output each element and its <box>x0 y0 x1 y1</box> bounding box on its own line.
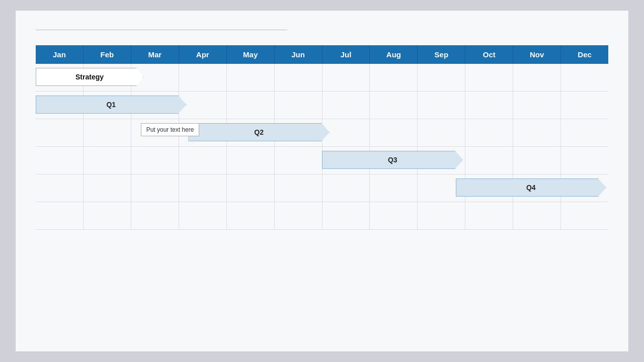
grid-cell <box>36 92 84 119</box>
grid-cell <box>323 92 370 119</box>
grid-cell <box>513 147 561 174</box>
grid-cell <box>179 147 227 174</box>
grid-cell <box>465 147 513 174</box>
grid-row <box>36 202 608 230</box>
month-cell-nov: Nov <box>513 45 561 64</box>
month-cell-feb: Feb <box>84 45 131 64</box>
grid-cell <box>370 147 418 174</box>
month-cell-jul: Jul <box>323 45 370 64</box>
grid-cell <box>465 202 513 230</box>
grid-cell <box>131 147 179 174</box>
grid-cell <box>418 64 465 92</box>
grid-row <box>36 64 608 92</box>
grid-cell <box>323 119 370 147</box>
grid-cell <box>465 64 513 92</box>
grid-cell <box>561 147 608 174</box>
month-cell-jun: Jun <box>275 45 323 64</box>
grid-cell <box>36 147 84 174</box>
grid-cell <box>36 174 84 202</box>
grid-row <box>36 119 608 147</box>
month-cell-may: May <box>227 45 275 64</box>
grid-cell <box>513 64 561 92</box>
grid-cell <box>36 64 84 92</box>
grid-cell <box>84 202 131 230</box>
grid-cell <box>275 92 323 119</box>
grid-cell <box>275 202 323 230</box>
grid-cell <box>513 174 561 202</box>
grid-cell <box>561 174 608 202</box>
grid-cell <box>418 147 465 174</box>
grid-cell <box>370 92 418 119</box>
grid-cell <box>227 202 275 230</box>
grid-cell <box>84 92 131 119</box>
grid-cell <box>275 64 323 92</box>
month-cell-apr: Apr <box>179 45 227 64</box>
grid-cell <box>275 174 323 202</box>
grid-cell <box>465 174 513 202</box>
grid-cell <box>418 92 465 119</box>
grid-cell <box>513 202 561 230</box>
grid-cell <box>418 202 465 230</box>
grid-cell <box>561 64 608 92</box>
grid-cell <box>465 119 513 147</box>
grid-cell <box>179 92 227 119</box>
grid-row <box>36 174 608 202</box>
grid-cell <box>561 202 608 230</box>
grid-cell <box>131 202 179 230</box>
grid-cell <box>370 64 418 92</box>
month-cell-sep: Sep <box>418 45 465 64</box>
grid-cell <box>131 174 179 202</box>
grid-cell <box>275 119 323 147</box>
grid-cell <box>84 174 131 202</box>
grid-row <box>36 147 608 174</box>
grid-cell <box>275 147 323 174</box>
grid-cell <box>227 147 275 174</box>
grid-cell <box>36 202 84 230</box>
grid-cell <box>513 92 561 119</box>
grid-cell <box>370 202 418 230</box>
grid-cell <box>323 147 370 174</box>
grid-cell <box>84 147 131 174</box>
grid-cell <box>370 119 418 147</box>
grid-cell <box>561 92 608 119</box>
grid-cell <box>36 119 84 147</box>
grid-row <box>36 92 608 119</box>
grid-cell <box>561 119 608 147</box>
grid-cell <box>323 174 370 202</box>
grid-cell <box>179 64 227 92</box>
grid-cell <box>465 92 513 119</box>
month-cell-aug: Aug <box>370 45 418 64</box>
grid-cell <box>227 119 275 147</box>
grid-cell <box>179 174 227 202</box>
grid-cell <box>418 119 465 147</box>
month-cell-jan: Jan <box>36 45 84 64</box>
month-cell-dec: Dec <box>561 45 608 64</box>
grid-cell <box>323 202 370 230</box>
grid-cell <box>227 92 275 119</box>
grid-cell <box>84 119 131 147</box>
grid-cell <box>179 119 227 147</box>
grid-body: StrategyQ1Q2Q3Q4Put your text here <box>36 64 608 230</box>
grid-cell <box>370 174 418 202</box>
grid-cell <box>323 64 370 92</box>
grid-cell <box>131 64 179 92</box>
grid-cell <box>131 92 179 119</box>
grid-cell <box>418 174 465 202</box>
slide: JanFebMarAprMayJunJulAugSepOctNovDec Str… <box>15 10 629 352</box>
grid-cell <box>227 64 275 92</box>
grid-cell <box>513 119 561 147</box>
timeline: JanFebMarAprMayJunJulAugSepOctNovDec Str… <box>36 45 608 230</box>
month-cell-oct: Oct <box>465 45 513 64</box>
title-divider <box>36 30 287 30</box>
month-cell-mar: Mar <box>131 45 179 64</box>
grid-cell <box>179 202 227 230</box>
grid-cell <box>84 64 131 92</box>
month-header-row: JanFebMarAprMayJunJulAugSepOctNovDec <box>36 45 608 64</box>
grid-cell <box>227 174 275 202</box>
grid-cell <box>131 119 179 147</box>
